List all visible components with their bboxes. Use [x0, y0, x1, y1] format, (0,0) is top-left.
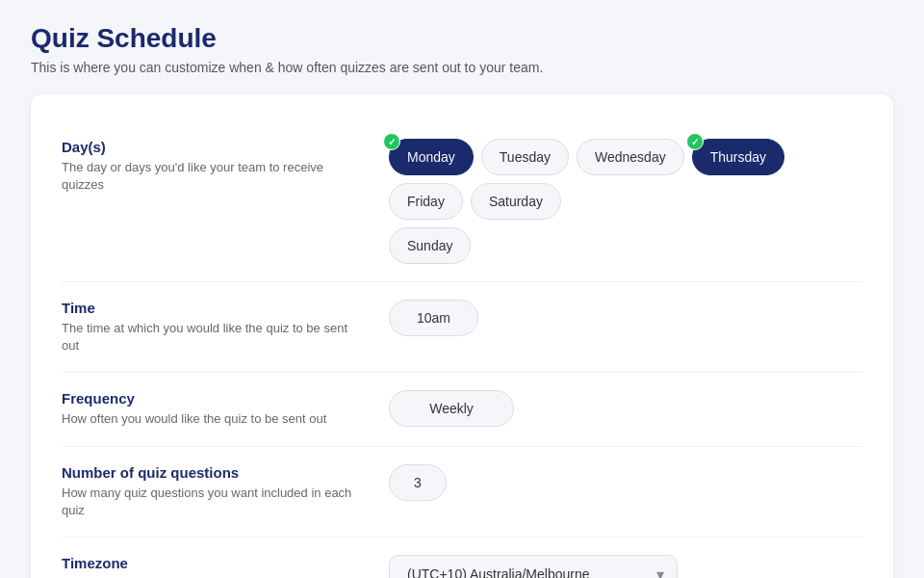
timezone-select[interactable]: (UTC+10) Australia/Melbourne(UTC+0) UTC(… — [389, 555, 678, 578]
time-field-row: Time The time at which you would like th… — [62, 282, 862, 373]
day-button-tuesday[interactable]: Tuesday — [481, 139, 569, 175]
questions-label: Number of quiz questions — [62, 464, 366, 481]
timezone-label: Timezone — [62, 555, 366, 571]
days-row2: Sunday — [389, 227, 862, 264]
frequency-button[interactable]: Weekly — [389, 390, 514, 427]
questions-button[interactable]: 3 — [389, 464, 447, 501]
frequency-description: How often you would like the quiz to be … — [62, 410, 366, 428]
questions-description: How many quiz questions you want include… — [62, 485, 366, 519]
check-badge-thursday: ✓ — [686, 133, 704, 150]
frequency-label: Frequency — [62, 390, 366, 407]
time-label-col: Time The time at which you would like th… — [62, 300, 389, 355]
questions-control: 3 — [389, 464, 862, 501]
days-description: The day or days you'd like your team to … — [62, 159, 366, 194]
time-control: 10am — [389, 300, 862, 336]
days-label: Day(s) — [62, 139, 366, 155]
frequency-field-row: Frequency How often you would like the q… — [62, 373, 862, 446]
timezone-label-col: Timezone The timezone for this team's qu… — [62, 555, 389, 578]
time-label: Time — [62, 300, 366, 316]
day-button-monday[interactable]: Monday✓ — [389, 139, 474, 175]
time-button[interactable]: 10am — [389, 300, 478, 336]
day-button-friday[interactable]: Friday — [389, 183, 463, 220]
time-description: The time at which you would like the qui… — [62, 320, 366, 355]
frequency-label-col: Frequency How often you would like the q… — [62, 390, 389, 428]
day-button-sunday[interactable]: Sunday — [389, 227, 471, 264]
timezone-wrapper: (UTC+10) Australia/Melbourne(UTC+0) UTC(… — [389, 555, 678, 578]
frequency-control: Weekly — [389, 390, 862, 427]
day-button-wednesday[interactable]: Wednesday — [577, 139, 684, 175]
timezone-field-row: Timezone The timezone for this team's qu… — [62, 538, 862, 578]
questions-label-col: Number of quiz questions How many quiz q… — [62, 464, 389, 519]
questions-field-row: Number of quiz questions How many quiz q… — [62, 447, 862, 538]
page-title: Quiz Schedule — [31, 23, 893, 54]
page-subtitle: This is where you can customize when & h… — [31, 60, 893, 75]
days-field-row: Day(s) The day or days you'd like your t… — [62, 121, 862, 282]
days-label-col: Day(s) The day or days you'd like your t… — [62, 139, 389, 194]
schedule-card: Day(s) The day or days you'd like your t… — [31, 94, 893, 578]
days-control: Monday✓TuesdayWednesdayThursday✓FridaySa… — [389, 139, 862, 264]
days-row1: Monday✓TuesdayWednesdayThursday✓FridaySa… — [389, 139, 862, 220]
day-button-saturday[interactable]: Saturday — [471, 183, 561, 220]
check-badge-monday: ✓ — [383, 133, 400, 150]
day-button-thursday[interactable]: Thursday✓ — [692, 139, 784, 175]
timezone-control: (UTC+10) Australia/Melbourne(UTC+0) UTC(… — [389, 555, 862, 578]
